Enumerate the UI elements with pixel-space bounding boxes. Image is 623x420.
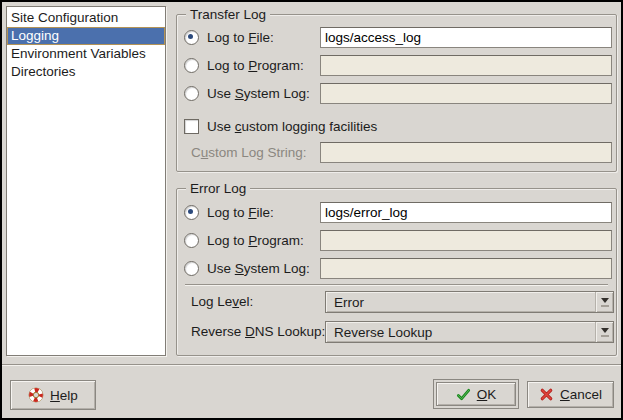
- error-log-frame-title: Error Log: [186, 180, 250, 197]
- action-area-separator: [2, 364, 621, 365]
- error-log-frame: Error Log Log to File: Log to Program: U…: [176, 188, 617, 356]
- help-button-label: Help: [50, 388, 78, 403]
- sidebar-item-logging[interactable]: Logging: [7, 27, 165, 45]
- log-level-combo[interactable]: Error: [325, 291, 614, 313]
- error-frame-separator: [185, 284, 608, 285]
- sidebar-item-environment-variables[interactable]: Environment Variables: [7, 45, 165, 63]
- ok-button-default-ring: OK: [433, 379, 519, 409]
- use-custom-facilities-checkbox[interactable]: [184, 119, 199, 134]
- lifebuoy-help-icon: [28, 387, 44, 403]
- error-log-to-program-label: Log to Program:: [207, 233, 304, 248]
- reverse-dns-label: Reverse DNS Lookup:: [191, 321, 325, 342]
- reverse-dns-combo[interactable]: Reverse Lookup: [325, 321, 614, 343]
- transfer-use-system-log-label: Use System Log:: [207, 86, 310, 101]
- custom-log-string-label: Custom Log String:: [191, 142, 307, 163]
- use-custom-facilities-label: Use custom logging facilities: [207, 119, 377, 134]
- cancel-button[interactable]: Cancel: [527, 381, 614, 408]
- transfer-log-to-file-input[interactable]: [320, 27, 612, 48]
- error-use-system-log-label: Use System Log:: [207, 261, 310, 276]
- transfer-log-to-file-row: Log to File:: [184, 27, 274, 48]
- transfer-log-frame: Transfer Log Log to File: Log to Program…: [176, 14, 617, 172]
- error-log-to-file-radio[interactable]: [184, 205, 199, 220]
- transfer-log-to-program-row: Log to Program:: [184, 55, 304, 76]
- transfer-log-to-program-label: Log to Program:: [207, 58, 304, 73]
- use-custom-facilities-row: Use custom logging facilities: [184, 116, 377, 137]
- reverse-dns-value: Reverse Lookup: [326, 325, 595, 340]
- ok-button[interactable]: OK: [436, 382, 516, 406]
- help-button[interactable]: Help: [10, 380, 96, 410]
- category-list: Site Configuration Logging Environment V…: [6, 6, 166, 356]
- error-log-to-file-row: Log to File:: [184, 202, 274, 223]
- transfer-log-to-file-radio[interactable]: [184, 30, 199, 45]
- x-icon: [539, 387, 554, 402]
- check-icon: [456, 387, 471, 402]
- cancel-button-label: Cancel: [560, 387, 602, 402]
- error-log-to-program-row: Log to Program:: [184, 230, 304, 251]
- error-log-to-program-radio[interactable]: [184, 233, 199, 248]
- ok-button-label: OK: [477, 387, 497, 402]
- error-use-system-log-row: Use System Log:: [184, 258, 310, 279]
- transfer-use-system-log-row: Use System Log:: [184, 83, 310, 104]
- error-use-system-log-input: [320, 258, 612, 279]
- error-log-to-file-input[interactable]: [320, 202, 612, 223]
- transfer-use-system-log-input: [320, 83, 612, 104]
- error-log-to-file-label: Log to File:: [207, 205, 274, 220]
- transfer-log-frame-title: Transfer Log: [186, 6, 270, 23]
- dropdown-arrow-icon: [595, 292, 613, 312]
- dropdown-arrow-icon: [595, 322, 613, 342]
- sidebar-item-directories[interactable]: Directories: [7, 63, 165, 81]
- transfer-use-system-log-radio[interactable]: [184, 86, 199, 101]
- transfer-log-to-program-radio[interactable]: [184, 58, 199, 73]
- log-level-label: Log Level:: [191, 291, 253, 312]
- error-use-system-log-radio[interactable]: [184, 261, 199, 276]
- transfer-log-to-program-input: [320, 55, 612, 76]
- log-level-value: Error: [326, 295, 595, 310]
- error-log-to-program-input: [320, 230, 612, 251]
- logging-settings-window: Site Configuration Logging Environment V…: [0, 0, 623, 420]
- sidebar-item-site-configuration[interactable]: Site Configuration: [7, 9, 165, 27]
- custom-log-string-input: [320, 142, 612, 163]
- transfer-log-to-file-label: Log to File:: [207, 30, 274, 45]
